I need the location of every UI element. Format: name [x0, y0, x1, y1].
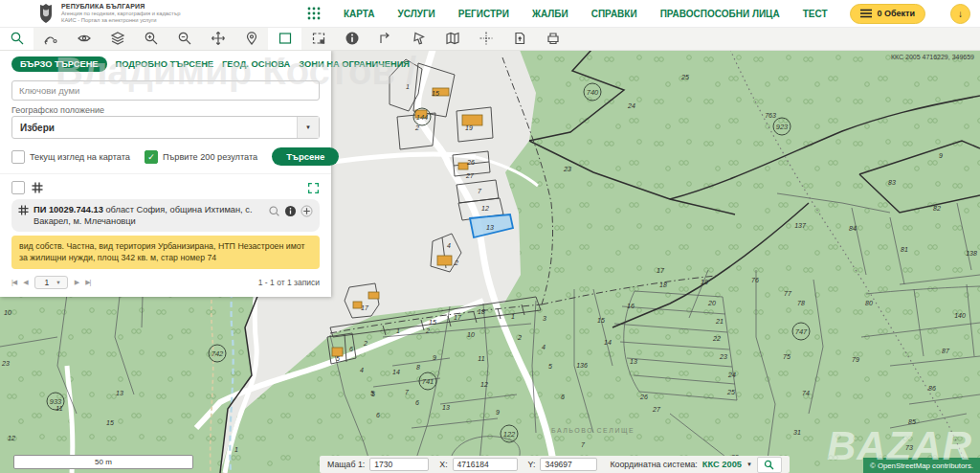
x-label: X:	[439, 460, 447, 469]
svg-text:11: 11	[478, 355, 484, 362]
objects-button[interactable]: 0 Обекти	[850, 4, 925, 24]
nav-item-3[interactable]: РЕГИСТРИ	[458, 9, 509, 19]
svg-text:5: 5	[371, 391, 375, 397]
measure-route-icon[interactable]	[33, 27, 67, 50]
zoom-in-icon[interactable]	[134, 27, 167, 50]
location-pin-icon[interactable]	[234, 27, 268, 50]
add-result-icon[interactable]	[301, 205, 313, 217]
crs-label: Координатна система:	[610, 460, 697, 469]
pan-icon[interactable]	[201, 27, 234, 50]
svg-text:741: 741	[422, 377, 434, 386]
print-icon[interactable]	[536, 27, 569, 50]
extent-rect-icon[interactable]	[301, 27, 335, 50]
svg-text:4: 4	[447, 242, 451, 249]
svg-text:747: 747	[795, 327, 808, 336]
app-header: РЕПУБЛИКА БЪЛГАРИЯ Агенция по геодезия, …	[0, 0, 980, 28]
result-id: ПИ 10029.744.13	[33, 205, 103, 214]
tab-4[interactable]: ЗОНИ НА ОГРАНИЧЕНИЯ	[299, 59, 410, 69]
svg-text:26: 26	[466, 159, 475, 166]
svg-text:763: 763	[765, 112, 776, 119]
first-200-checkbox[interactable]: ✓	[145, 150, 158, 164]
attribution-text: © OpenStreetMap contributors.	[870, 462, 973, 470]
svg-text:82: 82	[933, 205, 941, 212]
svg-text:136: 136	[576, 362, 588, 369]
prev-page-button[interactable]: ◀	[23, 279, 27, 286]
svg-text:18: 18	[659, 282, 667, 288]
chevron-down-icon[interactable]: ▼	[297, 117, 319, 138]
svg-text:2: 2	[454, 259, 458, 266]
first-page-button[interactable]: |◀	[11, 279, 16, 286]
goto-coordinates-button[interactable]	[757, 457, 782, 473]
svg-text:6: 6	[376, 412, 380, 418]
logo-subtitle2: КАИС - Портал за електронни услуги	[61, 17, 180, 24]
svg-text:3: 3	[543, 315, 546, 322]
svg-text:4: 4	[360, 367, 364, 373]
crosshair-icon[interactable]	[469, 27, 502, 50]
y-input[interactable]	[540, 458, 597, 471]
x-input[interactable]	[453, 458, 518, 471]
map-scalebar: 50 m	[13, 455, 193, 469]
svg-text:10: 10	[467, 331, 475, 338]
keyword-input[interactable]	[11, 80, 320, 101]
svg-text:12: 12	[481, 205, 489, 212]
nav-item-7[interactable]: ТЕСТ	[803, 9, 828, 19]
svg-text:19: 19	[465, 124, 473, 131]
zoom-to-result-icon[interactable]	[268, 205, 280, 217]
map-book-icon[interactable]	[435, 27, 469, 50]
svg-text:138: 138	[966, 250, 977, 257]
svg-text:122: 122	[503, 430, 516, 439]
svg-text:15: 15	[597, 317, 605, 324]
zoom-out-icon[interactable]	[167, 27, 201, 50]
last-page-button[interactable]: ▶|	[85, 279, 90, 286]
info-icon[interactable]	[335, 27, 368, 50]
svg-text:15: 15	[432, 90, 439, 97]
nav-item-5[interactable]: СПРАВКИ	[591, 9, 637, 19]
expand-icon[interactable]	[307, 182, 320, 194]
scale-input[interactable]	[369, 458, 429, 471]
apps-grid-icon[interactable]	[307, 7, 321, 20]
tab-3[interactable]: ГЕОД. ОСНОВА	[222, 59, 290, 69]
tab-1[interactable]: БЪРЗО ТЪРСЕНЕ	[11, 56, 107, 72]
rect-select-icon[interactable]	[268, 27, 301, 50]
search-tool-icon[interactable]	[0, 27, 33, 50]
page-number: 1	[45, 278, 50, 287]
page-select[interactable]: 1 ▼	[34, 276, 68, 289]
y-label: Y:	[528, 460, 536, 469]
nav-item-4[interactable]: ЖАЛБИ	[532, 9, 568, 19]
tab-2[interactable]: ПОДРОБНО ТЪРСЕНЕ	[116, 59, 214, 69]
svg-text:27: 27	[652, 406, 661, 413]
identify-pointer-icon[interactable]	[402, 27, 435, 50]
layers-icon[interactable]	[100, 27, 134, 50]
svg-text:76: 76	[751, 277, 759, 283]
result-info-icon[interactable]	[284, 205, 297, 217]
export-doc-icon[interactable]	[502, 27, 536, 50]
nav-item-1[interactable]: КАРТА	[344, 9, 375, 19]
geo-select[interactable]: Избери ▼	[11, 116, 320, 139]
svg-text:12: 12	[8, 435, 15, 441]
agency-logo[interactable]: РЕПУБЛИКА БЪЛГАРИЯ Агенция по геодезия, …	[0, 3, 180, 24]
svg-text:1: 1	[396, 327, 400, 334]
svg-text:87: 87	[942, 348, 950, 354]
svg-text:16: 16	[627, 303, 635, 309]
svg-text:6: 6	[349, 346, 353, 352]
corner-arrow-icon[interactable]	[368, 27, 402, 50]
current-view-checkbox[interactable]	[11, 150, 25, 164]
first-200-label: Първите 200 резултата	[163, 152, 257, 162]
nav-item-6[interactable]: ПРАВОСПОСОБНИ ЛИЦА	[660, 9, 780, 19]
select-all-checkbox[interactable]	[11, 181, 25, 194]
chevron-down-icon[interactable]: ▼	[746, 462, 752, 467]
logo-subtitle1: Агенция по геодезия, картография и кадас…	[61, 11, 180, 17]
collapse-header-button[interactable]: ↓	[950, 4, 970, 24]
svg-text:84: 84	[849, 225, 857, 232]
crs-select[interactable]: ККС 2005	[702, 460, 742, 469]
svg-text:75: 75	[783, 353, 791, 360]
result-item[interactable]: ПИ 10029.744.13 област София, община Ихт…	[11, 199, 320, 232]
osm-attribution[interactable]: © OpenStreetMap contributors.	[863, 458, 980, 473]
svg-text:19: 19	[701, 279, 708, 285]
search-button[interactable]: Търсене	[272, 147, 339, 166]
next-page-button[interactable]: ▶	[75, 279, 78, 286]
eye-layers-icon[interactable]	[67, 27, 100, 50]
nav-item-2[interactable]: УСЛУГИ	[397, 9, 434, 19]
svg-text:10: 10	[4, 309, 11, 316]
scalebar-label: 50 m	[95, 458, 112, 466]
